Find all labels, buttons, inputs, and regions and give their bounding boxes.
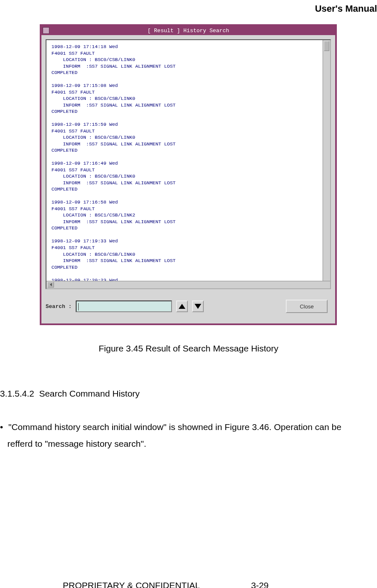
close-button[interactable]: Close (286, 300, 328, 313)
scroll-left-icon[interactable] (47, 282, 54, 288)
search-prev-button[interactable] (176, 300, 188, 312)
window-title-text: [ Result ] History Search (147, 28, 229, 34)
horizontal-scrollbar[interactable] (46, 281, 330, 288)
page-header-title: User's Manual (315, 3, 377, 14)
scrollbar-thumb[interactable] (324, 41, 329, 51)
body-line-2: refferd to "message history search". (8, 439, 146, 448)
section-heading: 3.1.5.4.2 Search Command History (0, 389, 140, 399)
body-paragraph: •"Command history search initial window"… (0, 419, 377, 452)
figure-caption: Figure 3.45 Result of Search Message His… (0, 344, 377, 354)
footer-page-number: 3-29 (251, 580, 269, 588)
window-menu-icon[interactable] (43, 27, 49, 34)
vertical-scrollbar[interactable] (323, 40, 330, 281)
search-input[interactable] (76, 300, 172, 312)
result-history-window: [ Result ] History Search 1998-12-09 17:… (40, 24, 337, 325)
log-content-area: 1998-12-09 17:14:18 Wed F4001 SS7 FAULT … (46, 39, 331, 289)
window-titlebar: [ Result ] History Search (41, 26, 335, 35)
body-line-1: "Command history search initial window" … (8, 422, 341, 432)
triangle-down-icon (195, 304, 201, 309)
section-title: Search Command History (39, 389, 139, 398)
section-number: 3.1.5.4.2 (0, 389, 34, 398)
triangle-up-icon (179, 304, 185, 309)
search-next-button[interactable] (192, 300, 204, 312)
search-label: Search : (46, 303, 72, 310)
search-panel: Search : Close (46, 293, 331, 319)
bullet-icon: • (0, 419, 8, 435)
log-text-pane[interactable]: 1998-12-09 17:14:18 Wed F4001 SS7 FAULT … (46, 40, 323, 281)
footer-confidential: PROPRIETARY & CONFIDENTIAL (63, 580, 200, 588)
